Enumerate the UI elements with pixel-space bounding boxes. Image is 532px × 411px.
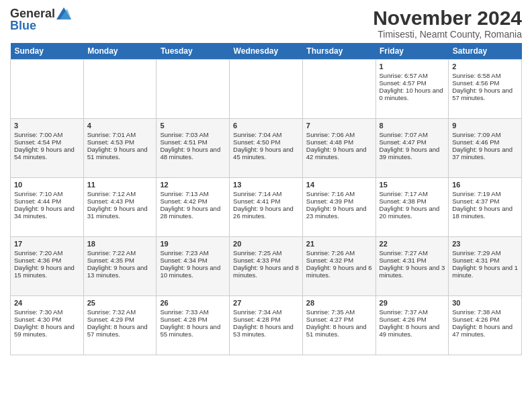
calendar-cell: 4Sunrise: 7:01 AMSunset: 4:53 PMDaylight… <box>83 119 157 178</box>
day-number: 6 <box>233 122 299 130</box>
title-section: November 2024 Timisesti, Neamt County, R… <box>373 7 522 40</box>
calendar-cell: 23Sunrise: 7:29 AMSunset: 4:31 PMDayligh… <box>449 237 522 296</box>
day-info: Daylight: 9 hours and 54 minutes. <box>14 146 80 161</box>
calendar-cell: 28Sunrise: 7:35 AMSunset: 4:27 PMDayligh… <box>302 296 375 355</box>
day-info: Daylight: 8 hours and 49 minutes. <box>380 323 445 338</box>
day-info: Daylight: 8 hours and 57 minutes. <box>87 323 153 338</box>
col-monday: Monday <box>83 43 157 60</box>
logo: General Blue <box>10 7 71 33</box>
day-number: 24 <box>14 299 80 307</box>
calendar-cell: 25Sunrise: 7:32 AMSunset: 4:29 PMDayligh… <box>83 296 157 355</box>
calendar-cell: 5Sunrise: 7:03 AMSunset: 4:51 PMDaylight… <box>157 119 230 178</box>
day-info: Daylight: 9 hours and 42 minutes. <box>306 146 372 161</box>
day-info: Sunset: 4:47 PM <box>380 138 445 146</box>
day-number: 25 <box>87 299 153 307</box>
calendar-cell <box>11 60 84 119</box>
calendar-cell: 13Sunrise: 7:14 AMSunset: 4:41 PMDayligh… <box>230 178 303 237</box>
day-number: 23 <box>452 240 518 248</box>
day-number: 15 <box>380 181 445 189</box>
main-title: November 2024 <box>373 7 522 29</box>
day-info: Sunrise: 7:22 AM <box>87 249 153 257</box>
day-info: Sunset: 4:26 PM <box>380 316 445 323</box>
day-info: Sunrise: 7:10 AM <box>14 190 80 197</box>
day-info: Sunrise: 7:17 AM <box>380 190 445 197</box>
day-number: 20 <box>233 240 299 248</box>
calendar-cell: 9Sunrise: 7:09 AMSunset: 4:46 PMDaylight… <box>449 119 522 178</box>
day-info: Sunrise: 7:14 AM <box>233 190 299 197</box>
day-info: Sunrise: 7:00 AM <box>14 131 80 138</box>
day-info: Daylight: 8 hours and 53 minutes. <box>233 323 299 338</box>
day-number: 7 <box>306 122 372 130</box>
logo-icon <box>56 7 71 19</box>
calendar-cell: 20Sunrise: 7:25 AMSunset: 4:33 PMDayligh… <box>230 237 303 296</box>
calendar-cell: 8Sunrise: 7:07 AMSunset: 4:47 PMDaylight… <box>375 119 449 178</box>
day-info: Sunset: 4:28 PM <box>160 316 226 323</box>
day-info: Sunset: 4:36 PM <box>14 257 80 264</box>
day-number: 4 <box>87 122 153 130</box>
day-info: Daylight: 8 hours and 55 minutes. <box>160 323 226 338</box>
day-number: 2 <box>452 62 518 71</box>
calendar-week-row: 24Sunrise: 7:30 AMSunset: 4:30 PMDayligh… <box>11 296 522 355</box>
calendar-week-row: 10Sunrise: 7:10 AMSunset: 4:44 PMDayligh… <box>11 178 522 237</box>
day-info: Daylight: 9 hours and 57 minutes. <box>452 87 518 101</box>
calendar-cell: 17Sunrise: 7:20 AMSunset: 4:36 PMDayligh… <box>11 237 84 296</box>
day-info: Daylight: 9 hours and 48 minutes. <box>160 146 226 161</box>
page-container: General Blue November 2024 Timisesti, Ne… <box>0 0 532 359</box>
day-info: Sunrise: 7:03 AM <box>160 131 226 138</box>
day-info: Sunset: 4:44 PM <box>14 197 80 205</box>
day-info: Daylight: 9 hours and 13 minutes. <box>87 264 153 279</box>
calendar-cell <box>230 60 303 119</box>
calendar-cell: 24Sunrise: 7:30 AMSunset: 4:30 PMDayligh… <box>11 296 84 355</box>
day-info: Daylight: 9 hours and 26 minutes. <box>233 205 299 220</box>
day-info: Sunset: 4:50 PM <box>233 138 299 146</box>
day-info: Sunset: 4:28 PM <box>233 316 299 323</box>
calendar-cell: 15Sunrise: 7:17 AMSunset: 4:38 PMDayligh… <box>375 178 449 237</box>
day-info: Sunrise: 7:12 AM <box>87 190 153 197</box>
calendar-cell: 3Sunrise: 7:00 AMSunset: 4:54 PMDaylight… <box>11 119 84 178</box>
day-number: 5 <box>160 122 226 130</box>
day-number: 11 <box>87 181 153 189</box>
calendar-cell: 26Sunrise: 7:33 AMSunset: 4:28 PMDayligh… <box>157 296 230 355</box>
day-info: Sunset: 4:31 PM <box>380 257 445 264</box>
day-info: Sunset: 4:51 PM <box>160 138 226 146</box>
day-number: 19 <box>160 240 226 248</box>
day-number: 28 <box>306 299 372 307</box>
calendar-cell: 10Sunrise: 7:10 AMSunset: 4:44 PMDayligh… <box>11 178 84 237</box>
day-number: 3 <box>14 122 80 130</box>
subtitle: Timisesti, Neamt County, Romania <box>373 29 522 40</box>
day-info: Sunset: 4:29 PM <box>87 316 153 323</box>
day-info: Daylight: 9 hours and 6 minutes. <box>306 264 372 279</box>
calendar-cell: 14Sunrise: 7:16 AMSunset: 4:39 PMDayligh… <box>302 178 375 237</box>
day-info: Sunrise: 7:26 AM <box>306 249 372 257</box>
day-info: Daylight: 9 hours and 28 minutes. <box>160 205 226 220</box>
day-number: 17 <box>14 240 80 248</box>
day-info: Daylight: 8 hours and 51 minutes. <box>306 323 372 338</box>
day-info: Sunrise: 7:33 AM <box>160 308 226 316</box>
day-number: 29 <box>380 299 445 307</box>
day-info: Sunset: 4:38 PM <box>380 197 445 205</box>
calendar-cell: 19Sunrise: 7:23 AMSunset: 4:34 PMDayligh… <box>157 237 230 296</box>
calendar-table: Sunday Monday Tuesday Wednesday Thursday… <box>10 43 522 355</box>
day-info: Sunrise: 7:29 AM <box>452 249 518 257</box>
day-info: Daylight: 9 hours and 8 minutes. <box>233 264 299 279</box>
day-info: Daylight: 9 hours and 23 minutes. <box>306 205 372 220</box>
calendar-cell: 11Sunrise: 7:12 AMSunset: 4:43 PMDayligh… <box>83 178 157 237</box>
calendar-cell: 22Sunrise: 7:27 AMSunset: 4:31 PMDayligh… <box>375 237 449 296</box>
day-info: Sunset: 4:31 PM <box>452 257 518 264</box>
day-number: 22 <box>380 240 445 248</box>
day-number: 26 <box>160 299 226 307</box>
day-info: Sunrise: 7:01 AM <box>87 131 153 138</box>
day-info: Daylight: 9 hours and 1 minute. <box>452 264 518 279</box>
calendar-cell: 1Sunrise: 6:57 AMSunset: 4:57 PMDaylight… <box>375 60 449 119</box>
day-info: Sunset: 4:26 PM <box>452 316 518 323</box>
calendar-cell: 30Sunrise: 7:38 AMSunset: 4:26 PMDayligh… <box>449 296 522 355</box>
day-number: 18 <box>87 240 153 248</box>
day-info: Sunset: 4:27 PM <box>306 316 372 323</box>
day-number: 27 <box>233 299 299 307</box>
day-info: Sunset: 4:46 PM <box>452 138 518 146</box>
day-number: 12 <box>160 181 226 189</box>
day-info: Sunrise: 7:30 AM <box>14 308 80 316</box>
day-info: Sunrise: 7:25 AM <box>233 249 299 257</box>
day-info: Daylight: 9 hours and 10 minutes. <box>160 264 226 279</box>
day-info: Daylight: 10 hours and 0 minutes. <box>380 87 445 101</box>
